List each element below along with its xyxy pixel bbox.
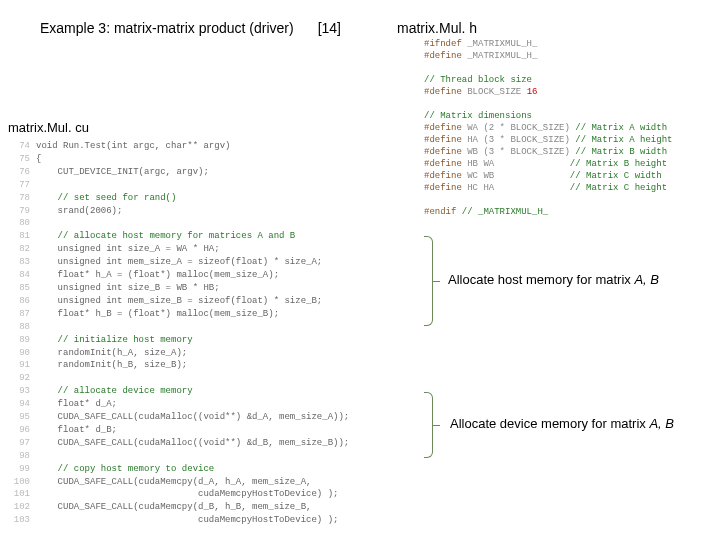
source-filename: matrix.Mul. cu (8, 120, 89, 135)
code-block-source: 74void Run.Test(int argc, char** argv) 7… (8, 140, 428, 527)
slide-title: Example 3: matrix-matrix product (driver… (40, 20, 294, 36)
annotation-device-memory: Allocate device memory for matrix A, B (450, 416, 674, 431)
citation-ref: [14] (318, 20, 341, 36)
brace-icon (424, 392, 433, 458)
annotation-host-memory: Allocate host memory for matrix A, B (448, 272, 659, 287)
code-block-header: #ifndef _MATRIXMUL_H_ #define _MATRIXMUL… (424, 38, 714, 218)
brace-icon (424, 236, 433, 326)
header-filename: matrix.Mul. h (397, 20, 477, 36)
title-row: Example 3: matrix-matrix product (driver… (40, 20, 700, 36)
